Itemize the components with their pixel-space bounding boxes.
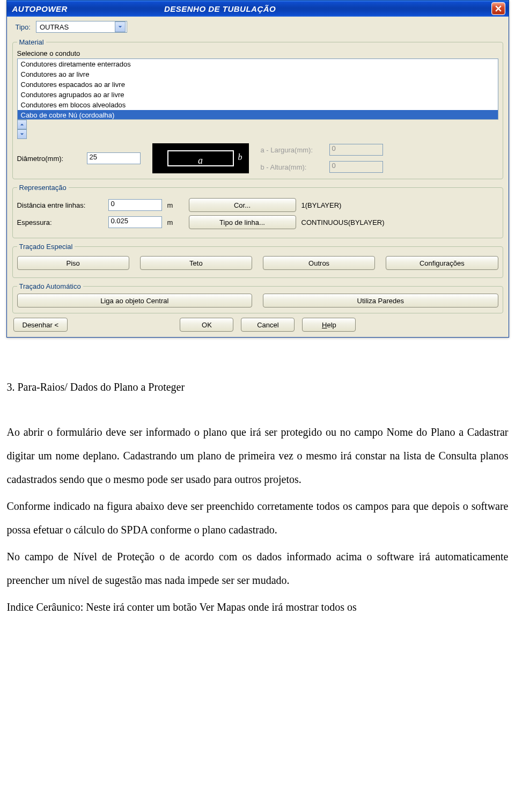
desenhar-button[interactable]: Desenhar < [13, 318, 68, 332]
tracado-automatico-group: Traçado Automático Liga ao objeto Centra… [12, 282, 503, 313]
scroll-up-icon[interactable] [17, 120, 27, 129]
cor-value: 1(BYLAYER) [301, 201, 342, 209]
tipo-linha-value: CONTINUOUS(BYLAYER) [301, 218, 385, 226]
doc-paragraph: Ao abrir o formulário deve ser informado… [7, 420, 509, 491]
doc-heading: 3. Para-Raios/ Dados do Plano a Proteger [7, 381, 185, 393]
piso-button[interactable]: Piso [17, 256, 129, 270]
chevron-down-icon[interactable] [115, 21, 126, 32]
tipo-value: OUTRAS [40, 23, 115, 31]
scroll-down-icon[interactable] [17, 129, 27, 139]
representacao-group: Representação Distância entre linhas: 0 … [12, 184, 503, 238]
b-symbol: b [238, 152, 242, 162]
tipo-label: Tipo: [16, 23, 31, 31]
list-item[interactable]: Condutores espacados ao ar livre [18, 79, 498, 90]
distancia-input[interactable]: 0 [108, 199, 162, 211]
dialog-window: AUTOPOWER DESENHO DE TUBULAÇÃO Tipo: OUT… [6, 0, 509, 338]
list-item[interactable]: Condutores agrupados ao ar livre [18, 90, 498, 100]
diametro-label: Diâmetro(mm): [17, 155, 82, 163]
espessura-label: Espessura: [17, 218, 71, 226]
titlebar[interactable]: AUTOPOWER DESENHO DE TUBULAÇÃO [7, 1, 509, 17]
tipo-combobox[interactable]: OUTRAS [36, 21, 127, 33]
largura-label: a - Largura(mm): [261, 146, 325, 154]
doc-paragraph: Conforme indicado na figura abaixo deve … [7, 494, 509, 542]
altura-label: b - Altura(mm): [261, 163, 325, 171]
material-hint: Selecione o conduto [17, 49, 498, 57]
listbox-scrollbar[interactable] [17, 120, 498, 139]
tracado-automatico-legend: Traçado Automático [17, 282, 83, 290]
app-title: AUTOPOWER [12, 4, 68, 13]
distancia-unit: m [167, 201, 183, 209]
distancia-label: Distância entre linhas: [17, 201, 103, 209]
ok-button[interactable]: OK [180, 318, 233, 332]
altura-input: 0 [329, 161, 383, 173]
utiliza-paredes-button[interactable]: Utiliza Paredes [263, 294, 498, 308]
representacao-legend: Representação [17, 184, 69, 192]
tipo-linha-button[interactable]: Tipo de linha... [189, 215, 296, 229]
help-button[interactable]: Help [302, 318, 356, 332]
largura-input: 0 [329, 144, 383, 156]
material-legend: Material [17, 38, 46, 46]
liga-objeto-central-button[interactable]: Liga ao objeto Central [17, 294, 253, 308]
list-item[interactable]: Condutores ao ar livre [18, 69, 498, 79]
teto-button[interactable]: Teto [140, 256, 252, 270]
outros-button[interactable]: Outros [263, 256, 375, 270]
configuracoes-button[interactable]: Configurações [386, 256, 498, 270]
conduto-listbox[interactable]: Condutores diretamente enterrados Condut… [17, 58, 498, 120]
list-item-selected[interactable]: Cabo de cobre Nú (cordoalha) [18, 110, 498, 120]
cancel-button[interactable]: Cancel [241, 318, 295, 332]
dimension-graphic: a b [152, 143, 249, 173]
close-icon [495, 5, 502, 12]
list-item[interactable]: Condutores diretamente enterrados [18, 59, 498, 69]
list-item[interactable]: Condutores em blocos alveolados [18, 100, 498, 110]
doc-paragraph: No campo de Nível de Proteção o de acord… [7, 545, 509, 592]
doc-paragraph: Indice Cerâunico: Neste irá conter um bo… [7, 595, 509, 619]
document-text: 3. Para-Raios/ Dados do Plano a Proteger… [2, 375, 514, 643]
tracado-especial-legend: Traçado Especial [17, 243, 75, 251]
a-symbol: a [198, 155, 203, 166]
diametro-input[interactable]: 25 [87, 152, 141, 164]
cor-button[interactable]: Cor... [189, 198, 296, 212]
window-title: DESENHO DE TUBULAÇÃO [164, 4, 276, 13]
espessura-input[interactable]: 0.025 [108, 216, 162, 228]
tracado-especial-group: Traçado Especial Piso Teto Outros Config… [12, 243, 503, 278]
espessura-unit: m [167, 218, 183, 226]
close-button[interactable] [491, 2, 505, 15]
material-group: Material Selecione o conduto Condutores … [12, 38, 503, 179]
